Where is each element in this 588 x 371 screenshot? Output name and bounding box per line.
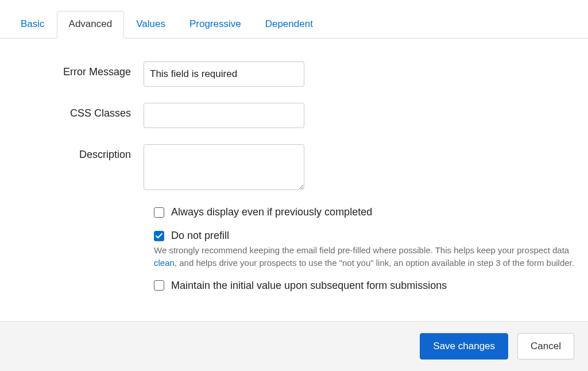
maintain-initial-label[interactable]: Maintain the initial value upon subseque… <box>171 280 447 292</box>
tab-dependent[interactable]: Dependent <box>253 11 325 38</box>
prefill-help-link[interactable]: clean <box>154 258 175 268</box>
do-not-prefill-label[interactable]: Do not prefill <box>171 230 229 242</box>
tab-advanced[interactable]: Advanced <box>57 11 125 38</box>
css-classes-input[interactable] <box>144 103 304 128</box>
always-display-checkbox[interactable] <box>154 207 164 218</box>
footer-bar: Save changes Cancel <box>0 321 588 371</box>
maintain-initial-checkbox[interactable] <box>154 280 164 291</box>
description-textarea[interactable] <box>144 144 304 190</box>
tab-progressive[interactable]: Progressive <box>177 11 253 38</box>
prefill-help-b: , and helps drive your prospects to use … <box>175 258 574 268</box>
form-body: Error Message CSS Classes Description Al… <box>0 38 588 292</box>
do-not-prefill-row: Do not prefill <box>154 230 577 242</box>
prefill-help-a: We strongly recommend keeping the email … <box>154 245 569 255</box>
tabs-bar: Basic Advanced Values Progressive Depend… <box>0 10 588 38</box>
maintain-initial-row: Maintain the initial value upon subseque… <box>154 280 577 292</box>
always-display-label[interactable]: Always display even if previously comple… <box>171 206 372 218</box>
error-message-input[interactable] <box>144 61 304 87</box>
description-label: Description <box>11 144 144 161</box>
do-not-prefill-checkbox[interactable] <box>154 231 164 241</box>
error-message-label: Error Message <box>11 61 144 78</box>
css-classes-label: CSS Classes <box>11 103 144 119</box>
always-display-row: Always display even if previously comple… <box>154 206 577 218</box>
tab-values[interactable]: Values <box>124 11 177 38</box>
save-changes-button[interactable]: Save changes <box>420 333 508 360</box>
cancel-button[interactable]: Cancel <box>517 333 574 360</box>
prefill-help-text: We strongly recommend keeping the email … <box>154 244 577 269</box>
tab-basic[interactable]: Basic <box>9 11 57 38</box>
